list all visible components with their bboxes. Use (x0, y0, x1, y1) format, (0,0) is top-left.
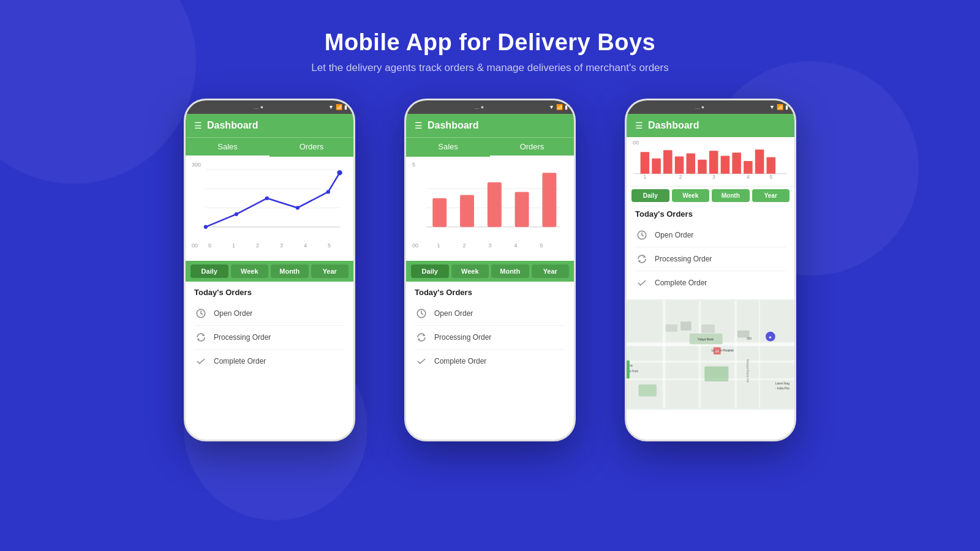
status-bar-1: ... ● ▼ 📶 ▮ (186, 100, 353, 114)
btn-daily-1[interactable]: Daily (190, 264, 228, 278)
btn-week-2[interactable]: Week (451, 264, 489, 278)
svg-point-8 (296, 206, 300, 209)
svg-point-7 (265, 197, 269, 200)
svg-text:Mangal Bazar Rd: Mangal Bazar Rd (746, 359, 749, 383)
svg-rect-49 (639, 384, 657, 397)
svg-text:H: H (715, 348, 719, 354)
svg-rect-18 (515, 192, 529, 227)
svg-rect-44 (663, 301, 666, 408)
refresh-icon-3 (635, 252, 649, 266)
x-label-5: 5 (328, 242, 331, 249)
tab-orders-1[interactable]: Orders (270, 138, 353, 157)
tab-sales-1[interactable]: Sales (186, 138, 270, 157)
svg-rect-27 (698, 160, 707, 174)
svg-text:nk: nk (630, 364, 633, 367)
hamburger-icon-2[interactable]: ☰ (415, 121, 423, 130)
btn-month-2[interactable]: Month (491, 264, 529, 278)
svg-text:✦: ✦ (768, 335, 772, 340)
processing-order-label-2: Processing Order (434, 333, 491, 342)
status-bar-2: ... ● ▼ 📶 ▮ (406, 100, 574, 114)
wifi-icon-2: 📶 (556, 104, 563, 110)
btn-year-3[interactable]: Year (752, 189, 790, 202)
x-labels-1: 0 1 2 3 4 5 (193, 242, 346, 249)
svg-text:1: 1 (644, 174, 647, 179)
check-icon-1 (194, 354, 208, 368)
status-text-3: ... ● (695, 104, 704, 110)
x-label-3: 3 (280, 242, 283, 249)
svg-point-10 (337, 170, 342, 175)
wifi-icon-1: 📶 (336, 104, 342, 110)
chart-area-2: 5 00 1 2 3 4 5 (406, 157, 574, 261)
signal-icon-2: ▼ (549, 104, 554, 110)
svg-text:5: 5 (769, 174, 772, 179)
orders-section-3: Today's Orders Open Order Proce (627, 204, 794, 299)
wifi-icon-3: 📶 (777, 104, 783, 110)
orders-section-1: Today's Orders Open Order Proce (186, 282, 353, 379)
svg-rect-17 (488, 182, 502, 227)
line-chart-1 (193, 162, 346, 241)
signal-icon-3: ▼ (769, 104, 775, 110)
open-order-label-1: Open Order (214, 309, 252, 318)
btn-week-1[interactable]: Week (231, 264, 269, 278)
svg-text:3: 3 (712, 174, 715, 179)
btn-year-1[interactable]: Year (311, 264, 349, 278)
orders-section-2: Today's Orders Open Order Proce (406, 282, 574, 379)
y-min-1: 00 (192, 242, 198, 249)
svg-text:2: 2 (679, 174, 682, 179)
svg-rect-50 (666, 324, 678, 332)
dashboard-title-3: Dashboard (648, 120, 699, 131)
svg-rect-33 (767, 157, 776, 174)
btn-year-2[interactable]: Year (532, 264, 570, 278)
status-icons-3: ▼ 📶 ▮ (769, 104, 788, 110)
phone-2: ... ● ▼ 📶 ▮ ☰ Dashboard Sales Orders 5 0… (404, 99, 576, 441)
open-order-label-3: Open Order (655, 231, 693, 239)
complete-order-label-2: Complete Order (434, 357, 486, 365)
x-label-1: 1 (232, 242, 235, 249)
svg-rect-30 (732, 152, 741, 173)
svg-rect-15 (432, 198, 447, 227)
y-min-2: 00 (412, 242, 418, 249)
order-processing-2: Processing Order (415, 326, 565, 350)
tab-sales-2[interactable]: Sales (406, 138, 490, 157)
svg-text:- India Pos: - India Pos (775, 387, 790, 390)
svg-rect-26 (686, 153, 695, 173)
status-dots-1: ... ● (192, 104, 326, 110)
phone-1: ... ● ▼ 📶 ▮ ☰ Dashboard Sales Orders 300… (184, 99, 355, 441)
hamburger-icon-3[interactable]: ☰ (635, 121, 643, 130)
status-icons-2: ▼ 📶 ▮ (549, 104, 568, 110)
svg-rect-23 (652, 159, 661, 174)
x2-label-2: 2 (462, 242, 466, 249)
svg-rect-28 (709, 151, 718, 173)
btn-daily-2[interactable]: Daily (411, 264, 449, 278)
btn-month-3[interactable]: Month (712, 189, 750, 202)
hamburger-icon-1[interactable]: ☰ (194, 121, 202, 130)
svg-point-6 (235, 212, 238, 216)
btn-daily-3[interactable]: Daily (631, 189, 669, 202)
processing-order-label-3: Processing Order (655, 255, 712, 263)
svg-rect-31 (744, 161, 753, 174)
btn-week-3[interactable]: Week (672, 189, 710, 202)
order-complete-3: Complete Order (635, 271, 786, 294)
complete-order-label-1: Complete Order (214, 357, 266, 365)
orders-title-3: Today's Orders (635, 209, 786, 219)
btn-month-1[interactable]: Month (271, 264, 309, 278)
phone-header-2: ☰ Dashboard (406, 114, 574, 137)
x2-label-5: 5 (540, 242, 543, 249)
svg-rect-29 (721, 156, 730, 174)
tab-orders-2[interactable]: Orders (490, 138, 574, 157)
status-dots-2: ... ● (412, 104, 546, 110)
x-labels-2: 1 2 3 4 5 (413, 242, 567, 249)
tabs-row-2: Sales Orders (406, 137, 574, 157)
signal-icon-1: ▼ (328, 104, 334, 110)
x-label-4: 4 (304, 242, 307, 249)
refresh-icon-1 (194, 331, 208, 344)
svg-rect-42 (627, 361, 794, 363)
svg-point-5 (204, 225, 208, 229)
y-max-1: 300 (192, 162, 201, 168)
orders-title-2: Today's Orders (415, 288, 565, 297)
small-bar-chart-3: 00 1 2 3 4 5 (627, 137, 794, 186)
dashboard-title-1: Dashboard (207, 120, 258, 131)
period-buttons-3: Daily Week Month Year (627, 186, 794, 204)
order-open-2: Open Order (415, 302, 565, 326)
battery-icon-2: ▮ (565, 104, 568, 110)
